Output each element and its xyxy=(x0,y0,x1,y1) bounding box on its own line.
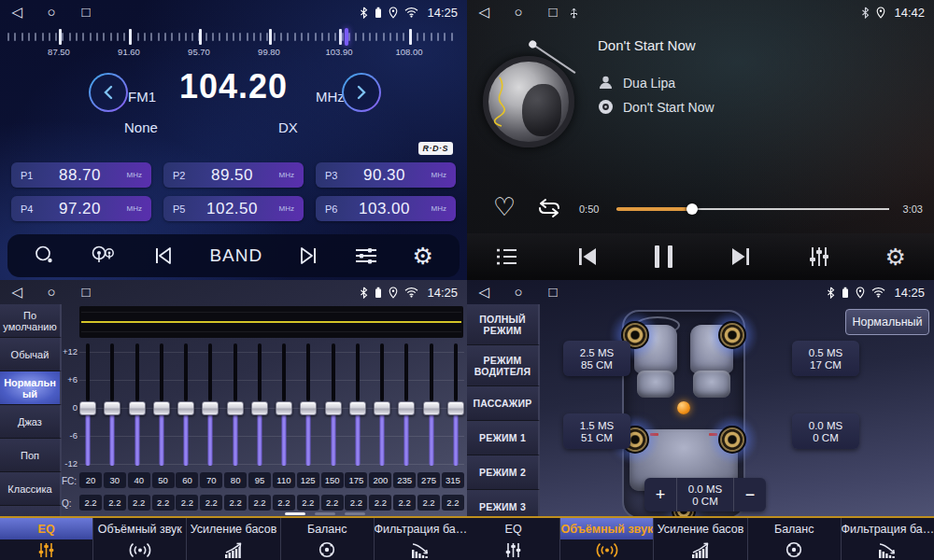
eq-preset-normal[interactable]: Нормальный xyxy=(0,371,62,405)
front-right-delay-button[interactable]: 0.5 MS 17 CM xyxy=(792,341,859,376)
recents-icon[interactable]: □ xyxy=(78,280,93,304)
decrease-button[interactable]: − xyxy=(734,478,766,511)
back-icon[interactable]: ◁ xyxy=(476,280,491,304)
eq-preset-default[interactable]: По умолчанию xyxy=(0,304,62,338)
settings-gear-icon[interactable]: ⚙ xyxy=(413,245,433,268)
tab-surround[interactable]: Объёмный звук xyxy=(559,518,653,560)
eq-settings-icon[interactable] xyxy=(808,245,830,268)
eq-band-slider[interactable] xyxy=(300,340,317,470)
next-track-icon[interactable] xyxy=(728,246,754,267)
recents-icon[interactable]: □ xyxy=(545,0,560,24)
recents-icon[interactable]: □ xyxy=(545,280,560,304)
eq-band-slider[interactable] xyxy=(276,340,292,470)
eq-slider-handle[interactable] xyxy=(300,401,317,415)
increase-button[interactable]: + xyxy=(644,478,676,511)
eq-band-slider[interactable] xyxy=(447,340,464,470)
mode-passenger[interactable]: ПАССАЖИР xyxy=(467,386,540,421)
eq-slider-handle[interactable] xyxy=(79,401,96,415)
favorite-icon[interactable]: ♡ xyxy=(493,192,516,221)
repeat-icon[interactable] xyxy=(534,196,564,224)
eq-band-slider[interactable] xyxy=(227,340,244,470)
eq-band-slider[interactable] xyxy=(104,340,120,470)
scrollbar-thumb[interactable] xyxy=(285,512,305,515)
eq-band-slider[interactable] xyxy=(349,340,366,470)
prev-station-icon[interactable] xyxy=(151,245,176,266)
settings-gear-icon[interactable]: ⚙ xyxy=(885,245,906,269)
tab-bass-boost[interactable]: Усиление басов xyxy=(186,518,279,560)
eq-band-slider[interactable] xyxy=(129,340,146,470)
tab-balance[interactable]: Баланс xyxy=(747,518,841,560)
preset-button-p4[interactable]: P497.20MHz xyxy=(11,196,151,221)
eq-slider-handle[interactable] xyxy=(423,401,440,415)
preset-button-p6[interactable]: P6103.00MHz xyxy=(316,196,456,221)
eq-band-slider[interactable] xyxy=(79,340,96,470)
frequency-ruler[interactable]: 87.50 91.60 95.70 99.80 103.90 108.00 xyxy=(0,26,467,60)
recents-icon[interactable]: □ xyxy=(78,0,93,24)
preset-button-p3[interactable]: P390.30MHz xyxy=(316,162,456,188)
pause-button[interactable] xyxy=(655,245,672,268)
listening-position-dot[interactable] xyxy=(677,401,690,414)
eq-slider-handle[interactable] xyxy=(202,401,219,415)
tune-up-button[interactable] xyxy=(342,73,381,112)
broadcast-icon[interactable] xyxy=(90,245,118,267)
eq-slider-handle[interactable] xyxy=(153,401,170,415)
next-station-icon[interactable] xyxy=(296,245,320,266)
home-icon[interactable]: ○ xyxy=(511,280,526,304)
rear-left-delay-button[interactable]: 1.5 MS 51 CM xyxy=(563,413,630,449)
eq-band-slider[interactable] xyxy=(374,340,390,470)
tab-eq[interactable]: EQ xyxy=(467,518,559,560)
home-icon[interactable]: ○ xyxy=(44,0,59,24)
eq-preset-classic[interactable]: Классика xyxy=(0,472,62,506)
tab-bass-boost[interactable]: Усиление басов xyxy=(653,518,746,560)
eq-band-slider[interactable] xyxy=(177,340,194,470)
mode-driver[interactable]: РЕЖИМ ВОДИТЕЛЯ xyxy=(467,345,540,386)
home-icon[interactable]: ○ xyxy=(511,0,526,24)
eq-band-slider[interactable] xyxy=(325,340,342,470)
preset-button-p2[interactable]: P289.50MHz xyxy=(163,162,304,188)
eq-preset-jazz[interactable]: Джаз xyxy=(0,405,62,439)
eq-slider-handle[interactable] xyxy=(251,401,268,415)
eq-slider-handle[interactable] xyxy=(325,401,342,415)
mode-3[interactable]: РЕЖИМ 3 xyxy=(467,490,540,516)
previous-track-icon[interactable] xyxy=(574,246,601,267)
back-icon[interactable]: ◁ xyxy=(476,0,491,24)
eq-slider-handle[interactable] xyxy=(374,401,390,415)
eq-slider-handle[interactable] xyxy=(177,401,194,415)
tab-crossover[interactable]: Фильтрация ба… xyxy=(374,518,467,560)
eq-slider-handle[interactable] xyxy=(129,401,146,415)
tab-balance[interactable]: Баланс xyxy=(280,518,374,560)
rear-right-delay-button[interactable]: 0.0 MS 0 CM xyxy=(792,413,859,449)
eq-preset-pop[interactable]: Поп xyxy=(0,439,62,472)
eq-settings-icon[interactable] xyxy=(354,245,378,266)
mode-2[interactable]: РЕЖИМ 2 xyxy=(467,455,540,490)
eq-preset-rock[interactable]: Рок xyxy=(0,506,62,516)
eq-slider-handle[interactable] xyxy=(276,401,292,415)
preset-button-p5[interactable]: P5102.50MHz xyxy=(163,196,304,221)
eq-band-slider[interactable] xyxy=(251,340,268,470)
home-icon[interactable]: ○ xyxy=(44,280,59,304)
eq-band-slider[interactable] xyxy=(202,340,219,470)
progress-bar[interactable] xyxy=(616,203,889,216)
eq-band-slider[interactable] xyxy=(153,340,170,470)
eq-slider-handle[interactable] xyxy=(447,401,464,415)
front-left-delay-button[interactable]: 2.5 MS 85 CM xyxy=(563,341,630,376)
progress-knob[interactable] xyxy=(686,203,698,215)
tab-eq[interactable]: EQ xyxy=(0,518,92,560)
eq-slider-handle[interactable] xyxy=(349,401,366,415)
tab-crossover[interactable]: Фильтрация ба… xyxy=(841,518,934,560)
eq-band-slider[interactable] xyxy=(423,340,440,470)
scan-icon[interactable] xyxy=(34,245,56,267)
eq-slider-handle[interactable] xyxy=(227,401,244,415)
band-button[interactable]: BAND xyxy=(209,245,262,266)
preset-button-p1[interactable]: P188.70MHz xyxy=(11,162,151,188)
eq-slider-handle[interactable] xyxy=(398,401,415,415)
eq-band-slider[interactable] xyxy=(398,340,415,470)
back-icon[interactable]: ◁ xyxy=(9,280,24,304)
mode-1[interactable]: РЕЖИМ 1 xyxy=(467,421,540,455)
eq-slider-handle[interactable] xyxy=(104,401,120,415)
playlist-icon[interactable] xyxy=(495,246,519,267)
eq-preset-custom[interactable]: Обычай xyxy=(0,338,62,371)
tab-surround[interactable]: Объёмный звук xyxy=(92,518,186,560)
profile-button[interactable]: Нормальный xyxy=(845,309,929,335)
back-icon[interactable]: ◁ xyxy=(9,0,24,24)
